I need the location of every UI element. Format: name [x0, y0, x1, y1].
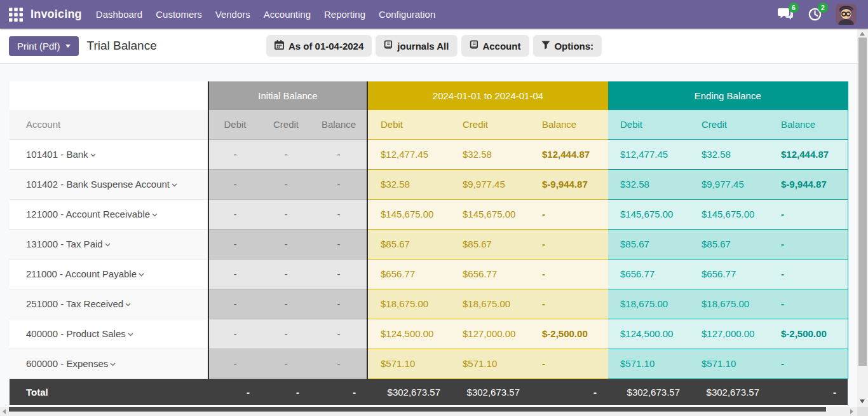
- table-row: 400000 - Product Sales---$124,500.00$127…: [10, 319, 848, 349]
- value-cell: $12,477.45: [608, 139, 689, 169]
- value-cell: $85.67: [450, 229, 529, 259]
- page: Invoicing DashboardCustomersVendorsAccou…: [0, 0, 868, 416]
- horizontal-scrollbar-thumb[interactable]: [9, 407, 826, 412]
- account-name: 251000 - Tax Received: [26, 298, 123, 309]
- trial-balance-report: Initial Balance 2024-01-01 to 2024-01-04…: [10, 81, 868, 405]
- account-cell[interactable]: 101401 - Bank: [10, 139, 208, 169]
- table-row: 121000 - Account Receivable---$145,675.0…: [10, 199, 848, 229]
- messages-icon[interactable]: 6: [777, 7, 794, 22]
- account-cell[interactable]: 251000 - Tax Received: [10, 289, 208, 319]
- page-title: Trial Balance: [87, 39, 157, 53]
- value-cell: -: [769, 259, 848, 289]
- account-cell[interactable]: 101402 - Bank Suspense Account: [10, 169, 208, 199]
- column-header-account: Account: [10, 110, 208, 139]
- column-header-initial-credit: Credit: [261, 110, 311, 139]
- main-menu: DashboardCustomersVendorsAccountingRepor…: [96, 1, 435, 27]
- account-name: 101402 - Bank Suspense Account: [26, 179, 170, 190]
- value-cell: $32.58: [450, 139, 529, 169]
- chevron-down-icon: [152, 209, 158, 219]
- value-cell: $85.67: [367, 229, 450, 259]
- value-cell: -: [769, 229, 848, 259]
- table-row: 131000 - Tax Paid---$85.67$85.67-$85.67$…: [10, 229, 848, 259]
- column-header-period-balance: Balance: [529, 110, 608, 139]
- group-header-blank: [10, 81, 208, 110]
- total-value-cell: $302,673.57: [689, 378, 769, 405]
- scroll-right-arrow-icon[interactable]: [850, 409, 853, 414]
- value-cell: -: [208, 349, 261, 378]
- table-row: 101401 - Bank---$12,477.45$32.58$12,444.…: [10, 139, 848, 169]
- account-cell[interactable]: 121000 - Account Receivable: [10, 199, 208, 229]
- value-cell: -: [261, 139, 311, 169]
- account-cell[interactable]: 211000 - Account Payable: [10, 259, 208, 289]
- column-header-ending-balance: Balance: [769, 110, 848, 139]
- value-cell: $656.77: [689, 259, 769, 289]
- apps-grid-icon[interactable]: [8, 6, 24, 23]
- value-cell: -: [261, 169, 311, 199]
- value-cell: -: [311, 319, 367, 349]
- account-cell[interactable]: 131000 - Tax Paid: [10, 229, 208, 259]
- column-header-period-credit: Credit: [450, 110, 529, 139]
- value-cell: -: [261, 289, 311, 319]
- value-cell: -: [261, 319, 311, 349]
- filter-button-0[interactable]: As of 01-04-2024: [266, 35, 372, 57]
- scroll-up-arrow-icon[interactable]: [860, 32, 865, 36]
- value-cell: -: [261, 199, 311, 229]
- total-row: Total---$302,673.57$302,673.57-$302,673.…: [10, 378, 848, 405]
- filter-button-label: Account: [482, 41, 520, 52]
- value-cell: $571.10: [689, 349, 769, 378]
- value-cell: -: [311, 259, 367, 289]
- journal-icon: [469, 40, 478, 52]
- activities-clock-icon[interactable]: 2: [806, 7, 823, 22]
- menu-item-customers[interactable]: Customers: [156, 1, 202, 27]
- table-row: 211000 - Account Payable---$656.77$656.7…: [10, 259, 848, 289]
- menu-item-dashboard[interactable]: Dashboard: [96, 1, 142, 27]
- value-cell: $656.77: [608, 259, 689, 289]
- value-cell: -: [311, 349, 367, 378]
- vertical-scrollbar[interactable]: [857, 29, 868, 407]
- menu-item-reporting[interactable]: Reporting: [324, 1, 365, 27]
- value-cell: $145,675.00: [608, 199, 689, 229]
- value-cell: -: [529, 259, 608, 289]
- value-cell: $124,500.00: [367, 319, 450, 349]
- menu-item-accounting[interactable]: Accounting: [264, 1, 311, 27]
- menu-item-vendors[interactable]: Vendors: [215, 1, 250, 27]
- account-cell[interactable]: 600000 - Expenses: [10, 349, 208, 378]
- horizontal-scrollbar[interactable]: [0, 407, 857, 416]
- value-cell: $145,675.00: [367, 199, 450, 229]
- scroll-left-arrow-icon[interactable]: [3, 409, 6, 414]
- app-name[interactable]: Invoicing: [31, 8, 82, 21]
- value-cell: $9,977.45: [450, 169, 529, 199]
- column-header-ending-credit: Credit: [689, 110, 769, 139]
- scrollbar-corner: [857, 407, 868, 416]
- chevron-down-icon: [172, 179, 177, 190]
- activities-badge: 2: [818, 3, 828, 13]
- chevron-down-icon: [65, 45, 71, 48]
- filter-bar: As of 01-04-2024journals AllAccountOptio…: [266, 35, 602, 57]
- value-cell: $127,000.00: [689, 319, 769, 349]
- total-value-cell: -: [311, 378, 367, 405]
- filter-button-1[interactable]: journals All: [376, 35, 457, 57]
- filter-button-label: journals All: [397, 41, 449, 52]
- column-header-ending-debit: Debit: [608, 110, 689, 139]
- value-cell: $18,675.00: [450, 289, 529, 319]
- print-pdf-button[interactable]: Print (Pdf): [9, 36, 79, 56]
- value-cell: -: [529, 199, 608, 229]
- value-cell: $12,444.87: [529, 139, 608, 169]
- value-cell: $9,977.45: [689, 169, 769, 199]
- scroll-down-arrow-icon[interactable]: [860, 399, 865, 403]
- filter-button-3[interactable]: Options:: [532, 35, 602, 57]
- account-name: 121000 - Account Receivable: [26, 209, 150, 219]
- total-value-cell: -: [769, 378, 848, 405]
- column-header-initial-balance: Balance: [311, 110, 367, 139]
- table-row: 600000 - Expenses---$571.10$571.10-$571.…: [10, 349, 848, 378]
- print-pdf-label: Print (Pdf): [17, 41, 60, 52]
- total-value-cell: -: [529, 378, 608, 405]
- filter-button-2[interactable]: Account: [461, 35, 529, 57]
- value-cell: -: [311, 289, 367, 319]
- chevron-down-icon: [125, 298, 131, 309]
- value-cell: -: [311, 229, 367, 259]
- menu-item-configuration[interactable]: Configuration: [379, 1, 435, 27]
- vertical-scrollbar-thumb[interactable]: [858, 38, 867, 366]
- user-avatar[interactable]: [836, 4, 857, 25]
- account-cell[interactable]: 400000 - Product Sales: [10, 319, 208, 349]
